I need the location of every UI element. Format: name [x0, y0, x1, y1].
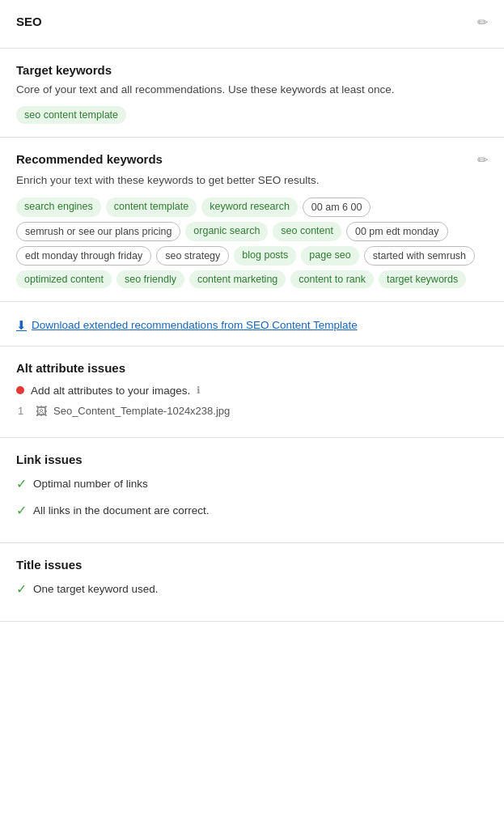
check-label: Optimal number of links: [33, 478, 148, 490]
keyword-chip: seo content: [273, 222, 341, 241]
recommended-keywords-title: Recommended keywords: [16, 152, 163, 166]
target-keywords-chips: seo content template: [16, 106, 488, 124]
recommended-keywords-section: Recommended keywords ✏ Enrich your text …: [0, 138, 504, 301]
alt-issue-block: Add alt attributes to your images. ℹ 1 🖼…: [16, 385, 488, 418]
title-check-row: ✓One target keyword used.: [16, 581, 488, 597]
link-check-row: ✓All links in the document are correct.: [16, 503, 488, 518]
seo-edit-icon[interactable]: ✏: [477, 15, 488, 30]
link-check-row: ✓Optimal number of links: [16, 476, 488, 491]
seo-title: SEO: [16, 15, 42, 28]
file-name: Seo_Content_Template-1024x238.jpg: [53, 405, 230, 417]
download-link[interactable]: ⬇ Download extended recommendations from…: [16, 318, 488, 333]
recommended-edit-icon[interactable]: ✏: [477, 152, 488, 168]
keyword-chip: started with semrush: [364, 246, 475, 266]
link-checks-container: ✓Optimal number of links✓All links in th…: [16, 476, 488, 518]
keyword-chip: search engines: [16, 198, 101, 217]
image-file-icon: 🖼: [36, 405, 47, 418]
download-section: ⬇ Download extended recommendations from…: [0, 302, 504, 346]
check-label: All links in the document are correct.: [33, 504, 210, 517]
keyword-chip: blog posts: [234, 246, 296, 266]
keyword-chip: content template: [106, 198, 197, 217]
check-icon: ✓: [16, 581, 27, 597]
seo-header-section: SEO ✏: [0, 0, 504, 49]
keyword-chip: page seo: [301, 246, 358, 266]
keyword-chip: content marketing: [189, 270, 286, 288]
target-keywords-section: Target keywords Core of your text and al…: [0, 49, 504, 138]
keyword-chip: seo content template: [16, 106, 126, 124]
keyword-chip: edt monday through friday: [16, 246, 151, 266]
check-icon: ✓: [16, 503, 27, 518]
red-dot-icon: [16, 386, 24, 394]
title-issues-title: Title issues: [16, 558, 82, 572]
keyword-chip: semrush or see our plans pricing: [16, 222, 180, 241]
alt-issue-row: Add alt attributes to your images. ℹ: [16, 385, 488, 397]
recommended-keywords-desc: Enrich your text with these keywords to …: [16, 172, 488, 189]
alt-issue-label: Add alt attributes to your images.: [31, 385, 190, 397]
target-keywords-desc: Core of your text and all recommendation…: [16, 82, 488, 98]
keyword-chip: keyword research: [201, 198, 298, 217]
download-icon: ⬇: [16, 318, 27, 333]
keyword-chip: optimized content: [16, 270, 112, 288]
title-issues-section: Title issues ✓One target keyword used.: [0, 543, 504, 622]
keyword-chip: 00 am 6 00: [303, 198, 371, 217]
keyword-chip: 00 pm edt monday: [346, 222, 448, 241]
keyword-chip: target keywords: [379, 270, 466, 288]
check-icon: ✓: [16, 476, 27, 491]
keyword-chip: seo strategy: [156, 246, 229, 266]
target-keywords-title: Target keywords: [16, 63, 112, 77]
keyword-chip: seo friendly: [116, 270, 184, 288]
alt-file-row: 1 🖼 Seo_Content_Template-1024x238.jpg: [16, 405, 488, 418]
download-label: Download extended recommendations from S…: [32, 319, 358, 331]
keyword-chip: organic search: [185, 222, 268, 241]
file-number: 1: [18, 405, 29, 417]
keyword-chip: content to rank: [290, 270, 374, 288]
alt-attribute-title: Alt attribute issues: [16, 361, 125, 375]
check-label: One target keyword used.: [33, 583, 159, 595]
info-icon[interactable]: ℹ: [197, 385, 201, 396]
alt-attribute-section: Alt attribute issues Add alt attributes …: [0, 346, 504, 438]
recommended-keywords-chips: search enginescontent templatekeyword re…: [16, 198, 488, 288]
title-checks-container: ✓One target keyword used.: [16, 581, 488, 597]
link-issues-section: Link issues ✓Optimal number of links✓All…: [0, 438, 504, 543]
link-issues-title: Link issues: [16, 453, 83, 466]
